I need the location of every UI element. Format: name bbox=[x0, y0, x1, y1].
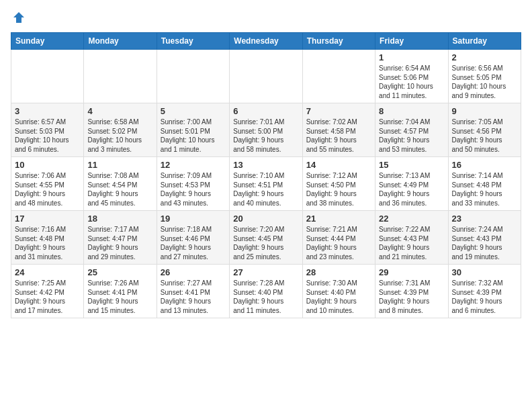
day-cell bbox=[157, 50, 229, 103]
day-number: 8 bbox=[379, 106, 444, 116]
day-cell: 4Sunrise: 6:58 AM Sunset: 5:02 PM Daylig… bbox=[84, 103, 157, 157]
page-header bbox=[11, 11, 521, 24]
day-info: Sunrise: 7:26 AM Sunset: 4:41 PM Dayligh… bbox=[87, 279, 152, 315]
week-row-3: 10Sunrise: 7:06 AM Sunset: 4:55 PM Dayli… bbox=[11, 157, 521, 211]
day-cell: 20Sunrise: 7:20 AM Sunset: 4:45 PM Dayli… bbox=[230, 211, 302, 265]
day-cell: 28Sunrise: 7:30 AM Sunset: 4:40 PM Dayli… bbox=[302, 265, 375, 318]
day-info: Sunrise: 7:21 AM Sunset: 4:44 PM Dayligh… bbox=[306, 225, 371, 261]
day-info: Sunrise: 7:17 AM Sunset: 4:47 PM Dayligh… bbox=[87, 225, 152, 261]
week-row-4: 17Sunrise: 7:16 AM Sunset: 4:48 PM Dayli… bbox=[11, 211, 521, 265]
weekday-header-sunday: Sunday bbox=[11, 33, 84, 50]
day-number: 29 bbox=[379, 267, 444, 277]
day-number: 24 bbox=[15, 267, 80, 277]
day-info: Sunrise: 7:05 AM Sunset: 4:56 PM Dayligh… bbox=[452, 118, 517, 154]
day-number: 5 bbox=[161, 106, 226, 116]
day-cell: 22Sunrise: 7:22 AM Sunset: 4:43 PM Dayli… bbox=[375, 211, 448, 265]
day-info: Sunrise: 7:00 AM Sunset: 5:01 PM Dayligh… bbox=[161, 118, 226, 154]
day-number: 9 bbox=[452, 106, 517, 116]
day-cell: 5Sunrise: 7:00 AM Sunset: 5:01 PM Daylig… bbox=[157, 103, 229, 157]
day-number: 27 bbox=[233, 267, 298, 277]
day-cell: 24Sunrise: 7:25 AM Sunset: 4:42 PM Dayli… bbox=[11, 265, 84, 318]
day-info: Sunrise: 7:20 AM Sunset: 4:45 PM Dayligh… bbox=[233, 225, 298, 261]
day-cell: 1Sunrise: 6:54 AM Sunset: 5:06 PM Daylig… bbox=[375, 50, 448, 103]
day-info: Sunrise: 6:56 AM Sunset: 5:05 PM Dayligh… bbox=[452, 64, 517, 100]
weekday-header-thursday: Thursday bbox=[302, 33, 375, 50]
day-number: 19 bbox=[161, 214, 226, 224]
day-number: 22 bbox=[379, 214, 444, 224]
logo bbox=[11, 11, 26, 24]
day-info: Sunrise: 7:09 AM Sunset: 4:53 PM Dayligh… bbox=[161, 171, 226, 208]
day-info: Sunrise: 7:31 AM Sunset: 4:39 PM Dayligh… bbox=[379, 279, 444, 315]
day-info: Sunrise: 7:06 AM Sunset: 4:55 PM Dayligh… bbox=[15, 171, 80, 208]
day-cell: 3Sunrise: 6:57 AM Sunset: 5:03 PM Daylig… bbox=[11, 103, 84, 157]
day-info: Sunrise: 7:13 AM Sunset: 4:49 PM Dayligh… bbox=[379, 171, 444, 208]
day-info: Sunrise: 7:32 AM Sunset: 4:39 PM Dayligh… bbox=[452, 279, 517, 315]
day-cell bbox=[302, 50, 375, 103]
day-info: Sunrise: 7:10 AM Sunset: 4:51 PM Dayligh… bbox=[233, 171, 298, 208]
day-number: 28 bbox=[306, 267, 371, 277]
day-cell: 18Sunrise: 7:17 AM Sunset: 4:47 PM Dayli… bbox=[84, 211, 157, 265]
day-cell: 11Sunrise: 7:08 AM Sunset: 4:54 PM Dayli… bbox=[84, 157, 157, 211]
day-number: 25 bbox=[87, 267, 152, 277]
day-cell: 17Sunrise: 7:16 AM Sunset: 4:48 PM Dayli… bbox=[11, 211, 84, 265]
week-row-2: 3Sunrise: 6:57 AM Sunset: 5:03 PM Daylig… bbox=[11, 103, 521, 157]
day-number: 2 bbox=[452, 52, 517, 62]
day-info: Sunrise: 7:08 AM Sunset: 4:54 PM Dayligh… bbox=[87, 171, 152, 208]
day-cell: 21Sunrise: 7:21 AM Sunset: 4:44 PM Dayli… bbox=[302, 211, 375, 265]
day-info: Sunrise: 6:57 AM Sunset: 5:03 PM Dayligh… bbox=[15, 118, 80, 154]
week-row-5: 24Sunrise: 7:25 AM Sunset: 4:42 PM Dayli… bbox=[11, 265, 521, 318]
day-cell: 26Sunrise: 7:27 AM Sunset: 4:41 PM Dayli… bbox=[157, 265, 229, 318]
day-cell: 19Sunrise: 7:18 AM Sunset: 4:46 PM Dayli… bbox=[157, 211, 229, 265]
day-info: Sunrise: 7:30 AM Sunset: 4:40 PM Dayligh… bbox=[306, 279, 371, 315]
calendar-table: SundayMondayTuesdayWednesdayThursdayFrid… bbox=[11, 32, 521, 318]
day-cell: 7Sunrise: 7:02 AM Sunset: 4:58 PM Daylig… bbox=[302, 103, 375, 157]
day-number: 11 bbox=[87, 160, 152, 170]
weekday-header-row: SundayMondayTuesdayWednesdayThursdayFrid… bbox=[11, 33, 521, 50]
day-cell: 9Sunrise: 7:05 AM Sunset: 4:56 PM Daylig… bbox=[448, 103, 521, 157]
day-number: 3 bbox=[15, 106, 80, 116]
weekday-header-tuesday: Tuesday bbox=[157, 33, 229, 50]
day-info: Sunrise: 7:16 AM Sunset: 4:48 PM Dayligh… bbox=[15, 225, 80, 261]
day-number: 20 bbox=[233, 214, 298, 224]
day-number: 26 bbox=[161, 267, 226, 277]
day-number: 18 bbox=[87, 214, 152, 224]
day-number: 23 bbox=[452, 214, 517, 224]
day-info: Sunrise: 7:25 AM Sunset: 4:42 PM Dayligh… bbox=[15, 279, 80, 315]
day-number: 12 bbox=[161, 160, 226, 170]
day-number: 15 bbox=[379, 160, 444, 170]
day-info: Sunrise: 6:54 AM Sunset: 5:06 PM Dayligh… bbox=[379, 64, 444, 100]
day-cell: 15Sunrise: 7:13 AM Sunset: 4:49 PM Dayli… bbox=[375, 157, 448, 211]
day-cell: 2Sunrise: 6:56 AM Sunset: 5:05 PM Daylig… bbox=[448, 50, 521, 103]
day-cell: 29Sunrise: 7:31 AM Sunset: 4:39 PM Dayli… bbox=[375, 265, 448, 318]
day-number: 10 bbox=[15, 160, 80, 170]
day-cell: 30Sunrise: 7:32 AM Sunset: 4:39 PM Dayli… bbox=[448, 265, 521, 318]
day-info: Sunrise: 7:28 AM Sunset: 4:40 PM Dayligh… bbox=[233, 279, 298, 315]
day-info: Sunrise: 7:27 AM Sunset: 4:41 PM Dayligh… bbox=[161, 279, 226, 315]
day-cell bbox=[84, 50, 157, 103]
day-cell bbox=[230, 50, 302, 103]
day-cell: 16Sunrise: 7:14 AM Sunset: 4:48 PM Dayli… bbox=[448, 157, 521, 211]
svg-marker-0 bbox=[13, 12, 24, 23]
day-info: Sunrise: 7:18 AM Sunset: 4:46 PM Dayligh… bbox=[161, 225, 226, 261]
day-number: 4 bbox=[87, 106, 152, 116]
day-number: 6 bbox=[233, 106, 298, 116]
day-number: 7 bbox=[306, 106, 371, 116]
day-info: Sunrise: 7:04 AM Sunset: 4:57 PM Dayligh… bbox=[379, 118, 444, 154]
day-info: Sunrise: 7:24 AM Sunset: 4:43 PM Dayligh… bbox=[452, 225, 517, 261]
day-number: 17 bbox=[15, 214, 80, 224]
weekday-header-monday: Monday bbox=[84, 33, 157, 50]
day-cell: 10Sunrise: 7:06 AM Sunset: 4:55 PM Dayli… bbox=[11, 157, 84, 211]
day-number: 1 bbox=[379, 52, 444, 62]
day-number: 13 bbox=[233, 160, 298, 170]
weekday-header-wednesday: Wednesday bbox=[230, 33, 302, 50]
day-number: 30 bbox=[452, 267, 517, 277]
weekday-header-saturday: Saturday bbox=[448, 33, 521, 50]
logo-icon bbox=[12, 11, 26, 24]
day-info: Sunrise: 7:02 AM Sunset: 4:58 PM Dayligh… bbox=[306, 118, 371, 154]
day-number: 14 bbox=[306, 160, 371, 170]
day-info: Sunrise: 7:01 AM Sunset: 5:00 PM Dayligh… bbox=[233, 118, 298, 154]
day-number: 16 bbox=[452, 160, 517, 170]
day-cell bbox=[11, 50, 84, 103]
day-info: Sunrise: 7:14 AM Sunset: 4:48 PM Dayligh… bbox=[452, 171, 517, 208]
weekday-header-friday: Friday bbox=[375, 33, 448, 50]
